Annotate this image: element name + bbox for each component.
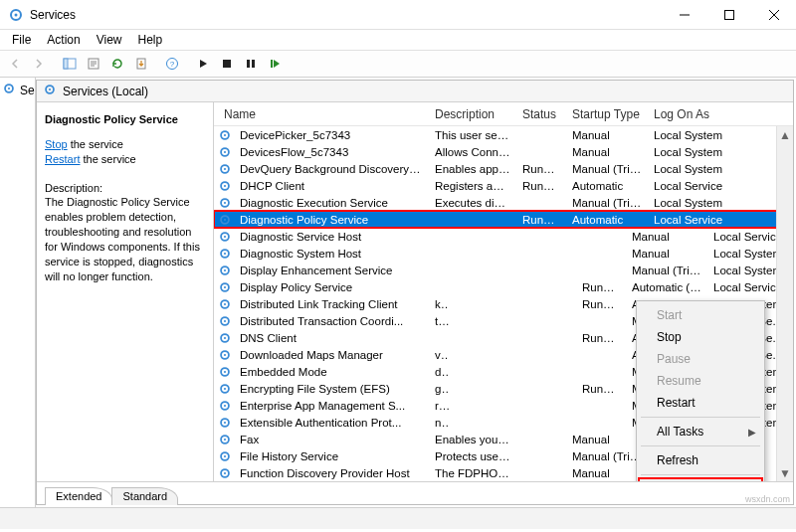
pause-service-button[interactable] [240,53,262,75]
svg-point-32 [224,184,226,186]
stop-suffix: the service [68,138,123,150]
restart-suffix: the service [80,153,135,165]
col-description[interactable]: Description [429,107,516,121]
help-button[interactable]: ? [161,53,183,75]
maximize-button[interactable] [706,0,751,30]
table-row[interactable]: Diagnostic Service HostManualLocal Servi… [214,228,793,245]
services-node-icon [2,82,16,98]
col-startup[interactable]: Startup Type [566,107,648,121]
ctx-restart[interactable]: Restart [639,392,762,414]
svg-point-48 [224,319,226,321]
stop-service-link[interactable]: Stop [45,138,68,150]
tab-extended[interactable]: Extended [45,487,112,505]
cell-status: Running [576,281,626,293]
svg-point-24 [49,89,51,90]
ctx-properties[interactable]: Properties [639,478,762,481]
tab-standard[interactable]: Standard [111,487,178,505]
ctx-refresh[interactable]: Refresh [639,449,762,471]
ctx-start[interactable]: Start [639,304,762,326]
service-icon [218,416,234,430]
col-name[interactable]: Name [218,107,429,121]
cell-desc: Enables you to ... [429,434,516,445]
table-row[interactable]: DevQuery Background Discovery BrokerEnab… [214,160,793,177]
minimize-button[interactable] [662,0,706,30]
cell-name: DNS Client [234,332,429,344]
restart-service-link[interactable]: Restart [45,153,80,165]
cell-startup: Automatic [566,180,648,192]
start-service-button[interactable] [192,53,214,75]
cell-startup: Automatic (De... [626,281,707,293]
stop-service-button[interactable] [216,53,238,75]
vertical-scrollbar[interactable]: ▲ ▼ [776,126,793,481]
service-icon [218,196,234,210]
cell-name: DevicesFlow_5c7343 [234,146,429,158]
show-hide-console-tree-button[interactable] [59,53,81,75]
cell-name: DevQuery Background Discovery Broker [234,163,429,175]
service-icon [218,264,234,277]
svg-marker-15 [200,60,207,68]
service-icon [218,314,234,328]
svg-text:?: ? [170,60,175,69]
cell-name: DHCP Client [234,180,429,192]
tree-root[interactable]: Services (Local [2,82,33,98]
menu-file[interactable]: File [4,31,39,49]
cell-desc: ks ... [429,298,449,310]
menu-view[interactable]: View [89,31,130,49]
back-button[interactable] [4,53,26,75]
table-row[interactable]: DHCP ClientRegisters and u...RunningAuto… [214,177,793,194]
ctx-resume[interactable]: Resume [639,370,762,392]
svg-point-38 [224,235,226,237]
svg-point-28 [224,150,226,152]
svg-point-22 [8,88,10,89]
menu-action[interactable]: Action [39,31,88,49]
table-row[interactable]: Diagnostic System HostManualLocal System [214,245,793,262]
cell-logon: Local Service [648,214,733,226]
forward-button[interactable] [28,53,50,75]
cell-name: Extensible Authentication Prot... [234,417,429,429]
scroll-up-icon[interactable]: ▲ [777,126,793,143]
toolbar: ? [0,50,796,78]
col-status[interactable]: Status [516,107,566,121]
service-icon [218,280,234,294]
detail-panel: Diagnostic Policy Service Stop the servi… [37,102,214,481]
col-logon[interactable]: Log On As [648,107,733,121]
cell-logon: Local System [648,129,733,141]
table-row[interactable]: Display Policy ServiceRunningAutomatic (… [214,278,793,295]
view-tabs: Extended Standard [37,481,793,504]
restart-service-button[interactable] [264,53,286,75]
menu-help[interactable]: Help [130,31,171,49]
service-icon [218,162,234,176]
cell-status: Running [516,180,566,192]
close-button[interactable] [751,0,796,30]
table-row[interactable]: DevicePicker_5c7343This user servic...Ma… [214,126,793,143]
ctx-pause[interactable]: Pause [639,348,762,370]
table-row[interactable]: Diagnostic Policy ServiceRunningAutomati… [214,211,793,228]
svg-rect-3 [724,10,733,19]
cell-name: Fax [234,434,429,445]
refresh-button[interactable] [106,53,128,75]
cell-desc: d... [429,366,449,378]
cell-name: Diagnostic Execution Service [234,197,429,209]
service-icon [218,331,234,345]
services-app-icon [8,7,24,23]
ctx-all-tasks[interactable]: All Tasks▶ [639,421,762,443]
cell-name: Downloaded Maps Manager [234,349,429,361]
table-row[interactable]: Display Enhancement ServiceManual (Trigg… [214,262,793,278]
right-pane: Services (Local) Diagnostic Policy Servi… [36,80,794,505]
properties-button[interactable] [83,53,104,75]
cell-name: Embedded Mode [234,366,429,378]
svg-point-34 [224,201,226,203]
cell-status: Running [516,214,566,226]
cell-desc: Registers and u... [429,180,516,192]
table-row[interactable]: Diagnostic Execution ServiceExecutes dia… [214,194,793,211]
svg-point-40 [224,252,226,254]
table-row[interactable]: DevicesFlow_5c7343Allows Connect...Manua… [214,143,793,160]
service-icon [218,213,234,227]
ctx-stop[interactable]: Stop [639,326,762,348]
console-tree[interactable]: Services (Local [0,78,36,507]
menubar: File Action View Help [0,30,796,50]
scroll-down-icon[interactable]: ▼ [777,464,793,481]
cell-status: Running [516,163,566,175]
export-list-button[interactable] [130,53,152,75]
cell-name: Enterprise App Management S... [234,400,429,412]
